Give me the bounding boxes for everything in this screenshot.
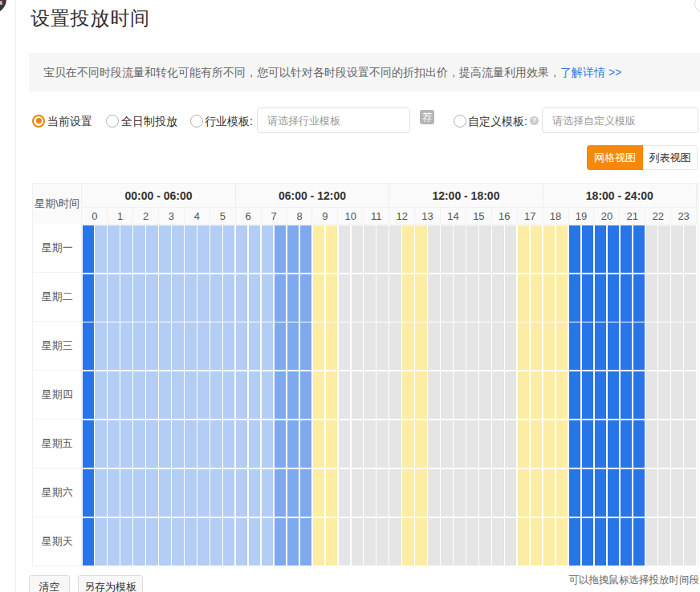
schedule-cell[interactable] xyxy=(210,322,222,370)
schedule-cell[interactable] xyxy=(364,518,376,566)
schedule-cell[interactable] xyxy=(223,274,235,322)
schedule-cell[interactable] xyxy=(83,225,95,273)
schedule-cell[interactable] xyxy=(479,371,491,419)
schedule-cell[interactable] xyxy=(684,225,696,273)
schedule-cell[interactable] xyxy=(402,371,414,419)
grid-view-button[interactable]: 网格视图 xyxy=(587,145,643,170)
schedule-cell[interactable] xyxy=(120,225,132,273)
schedule-cell[interactable] xyxy=(543,225,556,273)
schedule-cell[interactable] xyxy=(518,225,530,273)
schedule-cell[interactable] xyxy=(505,225,517,273)
schedule-cell[interactable] xyxy=(326,371,338,419)
schedule-cell[interactable] xyxy=(492,371,504,419)
schedule-cell[interactable] xyxy=(249,371,261,419)
schedule-cell[interactable] xyxy=(364,420,376,468)
schedule-cell[interactable] xyxy=(313,274,325,322)
schedule-cell[interactable] xyxy=(300,518,312,566)
radio-industry-template-label[interactable]: 行业模板: xyxy=(205,116,253,128)
schedule-cell[interactable] xyxy=(275,274,287,322)
schedule-cell[interactable] xyxy=(531,322,543,370)
schedule-cell[interactable] xyxy=(569,420,581,468)
schedule-cell[interactable] xyxy=(505,322,517,370)
schedule-cell[interactable] xyxy=(146,322,158,370)
schedule-cell[interactable] xyxy=(364,274,376,322)
schedule-cell[interactable] xyxy=(159,518,171,566)
schedule-cell[interactable] xyxy=(326,274,338,322)
schedule-cell[interactable] xyxy=(582,371,594,419)
schedule-cell[interactable] xyxy=(313,371,325,419)
schedule-cell[interactable] xyxy=(684,518,696,566)
schedule-cell[interactable] xyxy=(376,518,389,566)
schedule-cell[interactable] xyxy=(428,274,440,322)
schedule-cell[interactable] xyxy=(376,225,389,273)
schedule-cell[interactable] xyxy=(415,225,427,273)
schedule-cell[interactable] xyxy=(133,469,145,517)
schedule-cell[interactable] xyxy=(556,469,568,517)
schedule-cell[interactable] xyxy=(684,371,696,419)
schedule-cell[interactable] xyxy=(671,322,683,370)
schedule-cell[interactable] xyxy=(505,274,517,322)
schedule-cell[interactable] xyxy=(518,274,530,322)
schedule-cell[interactable] xyxy=(633,371,645,419)
schedule-cell[interactable] xyxy=(352,469,364,517)
schedule-cell[interactable] xyxy=(454,274,466,322)
schedule-cell[interactable] xyxy=(249,469,261,517)
schedule-cell[interactable] xyxy=(621,420,633,468)
schedule-cell[interactable] xyxy=(454,225,466,273)
schedule-cell[interactable] xyxy=(531,518,543,566)
schedule-cell[interactable] xyxy=(352,371,364,419)
schedule-cell[interactable] xyxy=(210,518,222,566)
schedule-cell[interactable] xyxy=(376,420,389,468)
schedule-cell[interactable] xyxy=(543,518,556,566)
schedule-cell[interactable] xyxy=(441,518,453,566)
schedule-cell[interactable] xyxy=(133,225,145,273)
schedule-cell[interactable] xyxy=(95,469,107,517)
schedule-cell[interactable] xyxy=(197,371,210,419)
schedule-cell[interactable] xyxy=(262,371,274,419)
schedule-cell[interactable] xyxy=(236,518,248,566)
schedule-cell[interactable] xyxy=(326,518,338,566)
schedule-cell[interactable] xyxy=(543,469,556,517)
schedule-cell[interactable] xyxy=(197,274,210,322)
schedule-cell[interactable] xyxy=(83,469,95,517)
schedule-cell[interactable] xyxy=(531,420,543,468)
schedule-cell[interactable] xyxy=(402,420,414,468)
schedule-cell[interactable] xyxy=(402,322,414,370)
radio-custom-template-label[interactable]: 自定义模板: xyxy=(468,116,527,128)
schedule-cell[interactable] xyxy=(454,518,466,566)
schedule-cell[interactable] xyxy=(108,225,120,273)
schedule-cell[interactable] xyxy=(415,518,427,566)
schedule-cell[interactable] xyxy=(159,274,171,322)
schedule-cell[interactable] xyxy=(287,322,299,370)
schedule-cell[interactable] xyxy=(313,420,325,468)
schedule-cell[interactable] xyxy=(275,420,287,468)
schedule-cell[interactable] xyxy=(210,469,222,517)
schedule-cell[interactable] xyxy=(428,371,440,419)
schedule-cell[interactable] xyxy=(454,371,466,419)
schedule-cell[interactable] xyxy=(95,274,107,322)
schedule-cell[interactable] xyxy=(415,322,427,370)
schedule-cell[interactable] xyxy=(339,469,351,517)
schedule-cell[interactable] xyxy=(223,225,235,273)
schedule-cell[interactable] xyxy=(479,274,491,322)
radio-industry-template[interactable] xyxy=(190,115,203,128)
schedule-cell[interactable] xyxy=(569,371,581,419)
schedule-cell[interactable] xyxy=(364,469,376,517)
schedule-cell[interactable] xyxy=(466,518,478,566)
schedule-cell[interactable] xyxy=(608,225,620,273)
schedule-cell[interactable] xyxy=(210,225,222,273)
schedule-cell[interactable] xyxy=(326,420,338,468)
schedule-cell[interactable] xyxy=(236,371,248,419)
schedule-cell[interactable] xyxy=(300,469,312,517)
schedule-cell[interactable] xyxy=(389,274,401,322)
schedule-cell[interactable] xyxy=(671,420,683,468)
schedule-cell[interactable] xyxy=(223,420,235,468)
schedule-cell[interactable] xyxy=(133,371,145,419)
schedule-cell[interactable] xyxy=(249,225,261,273)
schedule-cell[interactable] xyxy=(249,322,261,370)
schedule-cell[interactable] xyxy=(645,420,657,468)
schedule-cell[interactable] xyxy=(326,225,338,273)
schedule-cell[interactable] xyxy=(352,225,364,273)
schedule-cell[interactable] xyxy=(275,225,287,273)
schedule-cell[interactable] xyxy=(389,469,401,517)
